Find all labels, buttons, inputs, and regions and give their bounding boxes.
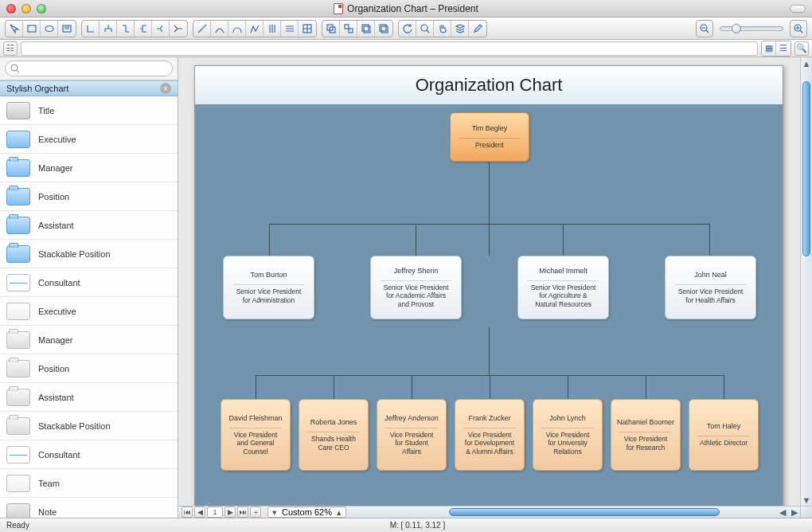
sidebar-search-input[interactable] (5, 61, 173, 76)
zoom-out-icon[interactable] (696, 20, 713, 37)
merge-icon[interactable] (170, 21, 187, 37)
zoom-step-down-icon[interactable]: ▾ (271, 507, 279, 518)
org-box-vp[interactable]: John LynchVice President for University … (533, 399, 603, 471)
back-icon[interactable] (375, 21, 392, 37)
tool-group-1 (5, 20, 76, 37)
last-page-icon[interactable]: ⏭ (237, 507, 248, 518)
connect-l-icon[interactable] (82, 21, 100, 37)
close-window-button[interactable] (6, 4, 16, 14)
tree-icon[interactable]: ☷ (3, 41, 18, 56)
rect-icon[interactable] (23, 21, 41, 37)
scroll-up-icon[interactable]: ▲ (801, 57, 812, 69)
sidebar-category-label: Stylish Orgchart (6, 84, 68, 93)
curve-icon[interactable] (211, 21, 228, 37)
library-path-input[interactable] (21, 41, 758, 56)
pointer-icon[interactable] (6, 21, 23, 37)
hguide-icon[interactable] (281, 21, 299, 37)
shape-item[interactable]: Manager (0, 154, 178, 182)
split-icon[interactable] (152, 21, 170, 37)
close-category-icon[interactable]: × (160, 83, 171, 94)
toolbar-toggle-button[interactable] (790, 5, 806, 13)
refresh-icon[interactable] (399, 21, 416, 37)
grid-view-icon[interactable]: ▦ (762, 41, 776, 56)
stack-icon[interactable] (451, 21, 469, 37)
zoom-slider-thumb[interactable] (732, 24, 741, 33)
zoom-step-up-icon[interactable]: ▴ (335, 507, 343, 518)
line-icon[interactable] (193, 21, 211, 37)
org-box-svp[interactable]: John NealSenior Vice President for Healt… (665, 256, 756, 319)
vertical-scroll-thumb[interactable] (802, 81, 810, 256)
sidebar-category-header[interactable]: Stylish Orgchart × (0, 80, 178, 96)
org-box-svp[interactable]: Tom BurtonSenior Vice President for Admi… (223, 256, 314, 319)
zoom-icon[interactable] (416, 21, 434, 37)
connect-r-icon[interactable] (117, 21, 135, 37)
poly-icon[interactable] (246, 21, 264, 37)
svg-point-23 (421, 25, 427, 31)
titlebar: Organization Chart – President (0, 0, 812, 18)
shape-item[interactable]: Position (0, 182, 178, 211)
page[interactable]: Organization Chart (194, 65, 783, 506)
vertical-scrollbar[interactable]: ▲ ▼ (800, 57, 812, 506)
svg-line-5 (198, 25, 206, 33)
group-icon[interactable] (322, 21, 340, 37)
text-icon[interactable] (58, 21, 76, 37)
canvas-viewport[interactable]: Organization Chart (178, 57, 800, 506)
prev-page-icon[interactable]: ◀ (194, 507, 205, 518)
shape-item[interactable]: Title (0, 96, 178, 125)
status-mouse: M: [ 0.11, 3.12 ] (390, 521, 445, 530)
horizontal-scroll-thumb[interactable] (449, 508, 720, 516)
org-box-vp[interactable]: Jeffrey AndersonVice President for Stude… (377, 399, 447, 471)
org-box-svp[interactable]: Michael ImmeltSenior Vice President for … (517, 256, 609, 319)
org-box-vp[interactable]: David FleishmanVice President and Genera… (221, 399, 291, 471)
zoom-field[interactable]: ▾ Custom 62% ▴ (267, 507, 346, 518)
org-box-svp[interactable]: Jeffrey SherinSenior Vice President for … (370, 256, 462, 319)
shape-item[interactable]: Team (0, 469, 178, 498)
shape-item[interactable]: Manager (0, 326, 178, 354)
minimize-window-button[interactable] (21, 4, 31, 14)
shape-item[interactable]: Stackable Position (0, 240, 178, 268)
shape-thumb-icon (6, 417, 30, 435)
first-page-icon[interactable]: ⏮ (182, 507, 193, 518)
shape-thumb-icon (6, 475, 30, 492)
scroll-right-icon[interactable]: ▶ (788, 507, 800, 518)
add-page-icon[interactable]: ＋ (250, 507, 261, 518)
shape-item[interactable]: Assistant (0, 383, 178, 412)
grid-icon[interactable] (299, 21, 316, 37)
horizontal-scrollbar[interactable]: ⏮ ◀ 1 ▶ ⏭ ＋ ▾ Custom 62% ▴ ◀ ▶ (178, 506, 800, 518)
shape-item[interactable]: Consultant (0, 440, 178, 469)
connect-t-icon[interactable] (100, 21, 117, 37)
org-box-vp[interactable]: Frank ZuckerVice President for Developme… (455, 399, 525, 471)
next-page-icon[interactable]: ▶ (224, 507, 236, 518)
zoom-in-icon[interactable] (790, 20, 807, 37)
vguide-icon[interactable] (264, 21, 281, 37)
scroll-left-icon[interactable]: ◀ (776, 507, 788, 518)
shape-item[interactable]: Note (0, 498, 178, 518)
main-toolbar (0, 18, 812, 40)
org-box-president[interactable]: Tim Begley President (450, 112, 529, 162)
page-nav: ⏮ ◀ 1 ▶ ⏭ ＋ (178, 507, 261, 518)
pan-icon[interactable] (434, 21, 451, 37)
shape-item[interactable]: Stackable Position (0, 412, 178, 440)
resize-grip[interactable] (800, 506, 812, 518)
org-box-vp[interactable]: Nathaniel BoomerVice President for Resea… (611, 399, 681, 471)
list-view-icon[interactable]: ☰ (776, 41, 791, 56)
front-icon[interactable] (357, 21, 375, 37)
org-box-vp[interactable]: Tom HaleyAthletic Director (689, 399, 759, 471)
shape-item[interactable]: Position (0, 354, 178, 383)
org-role: Senior Vice President for Health Affairs (675, 284, 746, 304)
ungroup-icon[interactable] (340, 21, 357, 37)
shape-item[interactable]: Assistant (0, 211, 178, 240)
zoom-slider[interactable] (720, 26, 783, 31)
shape-item[interactable]: Executive (0, 125, 178, 154)
arc-icon[interactable] (228, 21, 246, 37)
eyedrop-icon[interactable] (469, 21, 486, 37)
zoom-window-button[interactable] (37, 4, 46, 14)
branch-icon[interactable] (135, 21, 152, 37)
org-box-vp[interactable]: Roberta JonesShands Health Care CEO (299, 399, 369, 471)
shape-item[interactable]: Executive (0, 297, 178, 326)
ellipse-icon[interactable] (41, 21, 58, 37)
search-icon[interactable]: 🔍 (794, 41, 809, 56)
page-number[interactable]: 1 (207, 507, 223, 518)
scroll-down-icon[interactable]: ▼ (801, 494, 812, 506)
shape-item[interactable]: Consultant (0, 268, 178, 297)
